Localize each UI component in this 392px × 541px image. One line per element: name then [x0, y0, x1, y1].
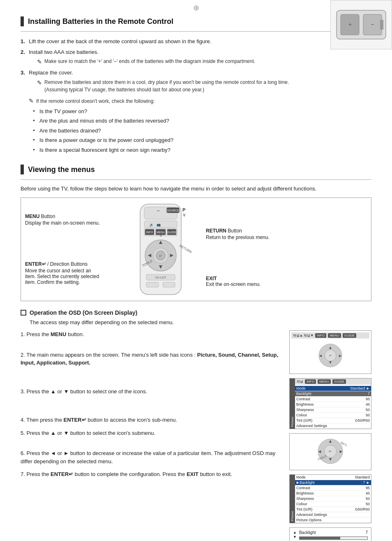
- batteries-step-3: 3. Replace the cover. ✎ Remove the batte…: [21, 69, 297, 93]
- ss1-nav-svg: ▲ ▼ ◄ ► ↵: [314, 343, 347, 368]
- ss2-header: 채널 INFO MENU GUIDE: [295, 378, 371, 385]
- osd-step-1: 1. Press the MENU button.: [21, 330, 281, 339]
- ss2-backlight-row: Backlight7: [295, 391, 371, 397]
- ss1-info-btn: INFO: [315, 333, 326, 338]
- svg-text:↵: ↵: [329, 449, 332, 453]
- osd-step-4: 4. Then press the ENTER↵ button to acces…: [21, 416, 281, 424]
- note-icon-3: ✎: [29, 98, 34, 104]
- ss2-guide: GUIDE: [332, 379, 346, 384]
- osd-step-7-num: 7.: [21, 471, 26, 477]
- ss1-header: 채널▲ 채널▼ INFO MENU GUIDE: [291, 332, 369, 339]
- batteries-divider: [21, 31, 371, 32]
- ss4-advsettings-row: Advanced Settings: [295, 512, 371, 518]
- batteries-section-heading: Installing Batteries in the Remote Contr…: [21, 16, 371, 26]
- svg-text:−: −: [157, 207, 160, 214]
- ss4-brightness-row: Brightness45: [295, 491, 371, 496]
- bullet-2: Are the plus and minus ends of the batte…: [33, 117, 297, 125]
- batteries-bullet-list: Is the TV power on? Are the plus and min…: [21, 107, 297, 154]
- note-icon-2: ✎: [37, 79, 42, 87]
- ss4-contrast-row: Contrast95: [295, 485, 371, 491]
- svg-text:GUIDE: GUIDE: [167, 231, 177, 234]
- ss1-guide-btn: GUIDE: [343, 333, 356, 338]
- ss4-picoptions-row: Picture Options: [295, 518, 371, 523]
- ss1-menu-btn: MENU: [328, 333, 341, 338]
- svg-text:▲: ▲: [158, 239, 164, 245]
- ss5-bar-fill: [300, 537, 340, 539]
- osd-step-3-num: 3.: [21, 388, 26, 395]
- osd-step-4-num: 4.: [21, 417, 26, 423]
- ss5-slider: Backlight 7 ⊕ Move ⊕ Adjust: [299, 530, 368, 541]
- osd-step-6: 6. Press the ◄ or ► button to decrease o…: [21, 449, 281, 465]
- svg-text:∨: ∨: [182, 212, 186, 218]
- svg-rect-36: [146, 282, 159, 287]
- svg-text:▲: ▲: [328, 345, 332, 350]
- ss2-mode-row: ModeStandard ►: [295, 386, 371, 391]
- svg-text:►: ►: [339, 449, 344, 454]
- batteries-note-2: ✎ Remove the batteries and store them in…: [29, 79, 297, 93]
- batteries-steps: 1. Lift the cover at the back of the rem…: [21, 37, 297, 156]
- menu-label-enter: ENTER↵ / Direction Buttons Move the curs…: [25, 261, 115, 285]
- osd-title-row: Operation the OSD (On Screen Display): [21, 309, 371, 316]
- svg-rect-37: [163, 282, 175, 287]
- osd-steps: 1. Press the MENU button. 2. The main me…: [21, 330, 281, 541]
- svg-text:INFO: INFO: [146, 231, 153, 234]
- checkbox-icon: [21, 310, 26, 316]
- batteries-note-3: ✎ If the remote control doesn't work, ch…: [21, 98, 297, 105]
- ss2-side-label: Picture: [290, 378, 295, 429]
- menu-labels-right: RETURN Button Return to the previous men…: [202, 202, 292, 297]
- menu-label-menu: MENU Button Display the main on-screen m…: [25, 214, 115, 226]
- remote-control-svg: SOURCE P − ∨ 🔊 📺 INFO MENU ⊞ GUIDE: [122, 202, 200, 297]
- osd-step-1-num: 1.: [21, 331, 26, 337]
- batteries-step-2: 2. Install two AAA size batteries. ✎ Mak…: [21, 48, 297, 67]
- screenshot-3: ▲ ▼ ◄ ► ↵ RETURN TOOLS: [289, 433, 371, 470]
- ss2-content: Picture 채널 INFO MENU GUIDE ModeStandard …: [290, 378, 371, 429]
- ss2-colour-row: Colour50: [295, 413, 371, 418]
- menu-label-exit: EXIT Exit the on-screen menu.: [206, 276, 292, 287]
- osd-title: Operation the OSD (On Screen Display): [30, 309, 137, 316]
- svg-text:📺: 📺: [157, 223, 161, 227]
- ss2-contrast-row: Contrast95: [295, 397, 371, 402]
- ss4-colour-row: Colour50: [295, 502, 371, 507]
- batteries-step-1: 1. Lift the cover at the back of the rem…: [21, 37, 297, 46]
- section-bar: [21, 16, 24, 26]
- svg-text:CH LIST: CH LIST: [155, 276, 167, 279]
- ss4-menu: ModeStandard ■ Backlight: 7 ► Contrast95…: [295, 475, 371, 523]
- viewing-intro: Before using the TV, follow the steps be…: [21, 186, 371, 192]
- ss5-bar-track: [299, 536, 368, 540]
- screenshot-2: Picture 채널 INFO MENU GUIDE ModeStandard …: [289, 378, 371, 429]
- ss2-brightness-row: Brightness45: [295, 402, 371, 407]
- batteries-list: 1. Lift the cover at the back of the rem…: [21, 37, 297, 93]
- svg-text:↵: ↵: [159, 254, 162, 258]
- svg-text:►: ►: [338, 353, 342, 358]
- svg-text:⊞: ⊞: [160, 235, 162, 237]
- menu-label-return: RETURN Button Return to the previous men…: [206, 228, 292, 240]
- svg-text:◄: ◄: [147, 252, 152, 258]
- osd-step-5: 5. Press the ▲ or ▼ button to select the…: [21, 429, 281, 437]
- svg-rect-13: [144, 221, 177, 228]
- svg-rect-5: [380, 20, 383, 30]
- ss3-nav: ▲ ▼ ◄ ► ↵ RETURN TOOLS: [291, 435, 369, 468]
- top-crosshair: ⊕: [193, 3, 199, 12]
- screenshot-4: Picture ModeStandard ■ Backlight: 7 ► Co…: [289, 474, 371, 523]
- ss5-arrows: ▲ ▼: [293, 530, 297, 539]
- ss1-nav: ▲ ▼ ◄ ► ↵: [291, 340, 369, 372]
- ss2-sharpness-row: Sharpness50: [295, 407, 371, 413]
- screenshot-1: 채널▲ 채널▼ INFO MENU GUIDE ▲ ▼ ◄ ►: [289, 330, 371, 374]
- note-icon-1: ✎: [37, 58, 42, 66]
- bullet-5: Is there a special fluorescent light or …: [33, 146, 297, 154]
- osd-step-3: 3. Press the ▲ or ▼ button to select one…: [21, 388, 281, 396]
- bullet-1: Is the TV power on?: [33, 107, 297, 116]
- ss4-backlight-row: ■ Backlight: 7 ►: [295, 480, 371, 485]
- svg-text:◄: ◄: [318, 353, 323, 358]
- osd-step-2: 2. The main menu appears on the screen. …: [21, 351, 281, 367]
- ss2-info: INFO: [305, 379, 316, 384]
- bullet-4: Is there a power outage or is the power …: [33, 136, 297, 144]
- svg-text:MENU: MENU: [157, 231, 165, 234]
- page: ⊕ Installing Batteries in the Remote Con…: [0, 0, 392, 541]
- osd-intro: The access step may differ depending on …: [21, 319, 371, 325]
- ss4-side-label: Picture: [290, 475, 295, 523]
- osd-screenshots: 채널▲ 채널▼ INFO MENU GUIDE ▲ ▼ ◄ ►: [289, 330, 371, 541]
- ss2-menu: MENU: [318, 379, 331, 384]
- svg-text:+: +: [348, 21, 352, 28]
- ss5-content: ▲ ▼ Backlight 7: [293, 530, 368, 541]
